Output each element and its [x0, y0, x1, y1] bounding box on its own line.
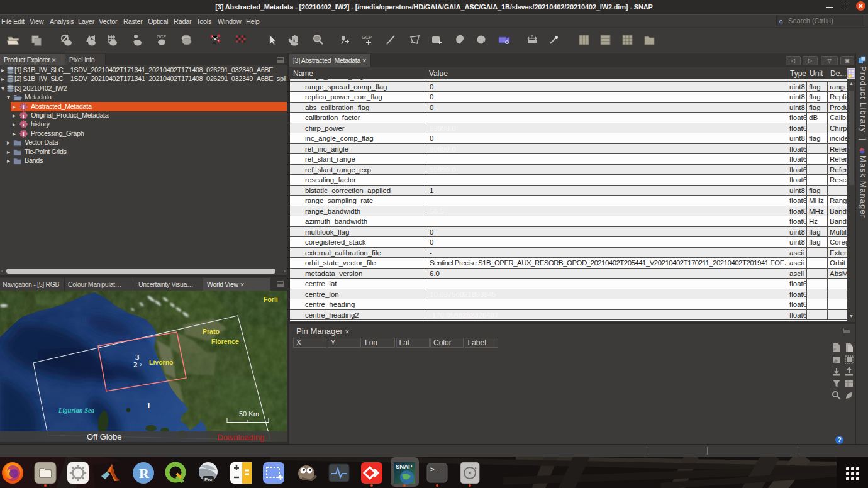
- svg-text:2: 2: [133, 360, 138, 369]
- svg-text:Downloading: Downloading: [217, 433, 264, 442]
- svg-text:GCP: GCP: [362, 35, 372, 40]
- svg-text:Off Globe: Off Globe: [87, 432, 121, 441]
- svg-text:Ligurian Sea: Ligurian Sea: [58, 407, 94, 414]
- svg-text:?: ?: [531, 35, 533, 38]
- svg-text:>_: >_: [430, 466, 439, 474]
- svg-text:R: R: [139, 465, 150, 481]
- svg-text:1: 1: [147, 401, 151, 410]
- svg-text:Livorno: Livorno: [149, 358, 174, 366]
- svg-text:Prato: Prato: [203, 328, 220, 335]
- svg-text:GCP: GCP: [157, 35, 167, 39]
- svg-text:50 Km: 50 Km: [239, 410, 259, 418]
- svg-text:Florence: Florence: [211, 338, 239, 345]
- svg-text:Forlì: Forlì: [264, 296, 278, 303]
- svg-text:Pro: Pro: [204, 477, 213, 482]
- svg-text:›: ›: [140, 360, 142, 368]
- svg-text:SNAP: SNAP: [396, 463, 413, 470]
